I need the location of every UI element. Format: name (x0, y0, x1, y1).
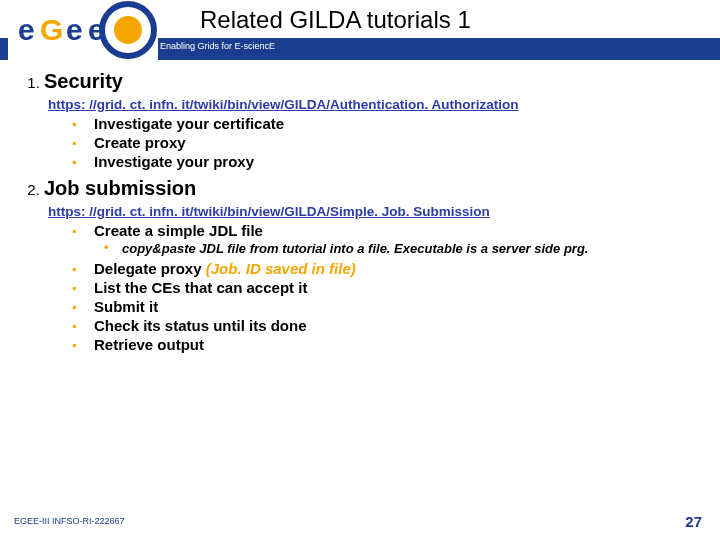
svg-point-2 (114, 16, 142, 44)
section-job-submission: Job submission https: //grid. ct. infn. … (44, 177, 700, 354)
bullet-text: Delegate proxy (94, 260, 202, 277)
bullet-text: Create a simple JDL file (94, 222, 263, 239)
job-submission-link[interactable]: https: //grid. ct. infn. it/twiki/bin/vi… (48, 204, 700, 219)
egee-logo: e G e e (8, 0, 158, 60)
svg-text:e: e (18, 13, 35, 46)
svg-text:e: e (66, 13, 83, 46)
security-link[interactable]: https: //grid. ct. infn. it/twiki/bin/vi… (48, 97, 700, 112)
footer-id: EGEE-III INFSO-RI-222667 (14, 516, 125, 526)
page-number: 27 (685, 513, 702, 530)
list-item: Create proxy (94, 133, 700, 152)
bullet-note: (Job. ID saved in file) (206, 260, 356, 277)
svg-text:G: G (40, 13, 63, 46)
tagline: Enabling Grids for E-sciencE (160, 41, 275, 51)
sub-item: copy&paste JDL file from tutorial into a… (122, 239, 700, 258)
list-item: Submit it (94, 297, 700, 316)
list-item: List the CEs that can accept it (94, 278, 700, 297)
section-security: Security https: //grid. ct. infn. it/twi… (44, 70, 700, 171)
slide-header: Related GILDA tutorials 1 Enabling Grids… (0, 0, 720, 62)
list-item: Retrieve output (94, 335, 700, 354)
section-title: Security (44, 70, 123, 93)
slide-title: Related GILDA tutorials 1 (200, 6, 471, 34)
slide-content: Security https: //grid. ct. infn. it/twi… (0, 62, 720, 354)
section-title: Job submission (44, 177, 196, 200)
list-item: Delegate proxy (Job. ID saved in file) (94, 259, 700, 278)
list-item: Create a simple JDL file copy&paste JDL … (94, 221, 700, 259)
list-item: Investigate your proxy (94, 152, 700, 171)
svg-text:e: e (88, 13, 105, 46)
list-item: Investigate your certificate (94, 114, 700, 133)
list-item: Check its status until its done (94, 316, 700, 335)
